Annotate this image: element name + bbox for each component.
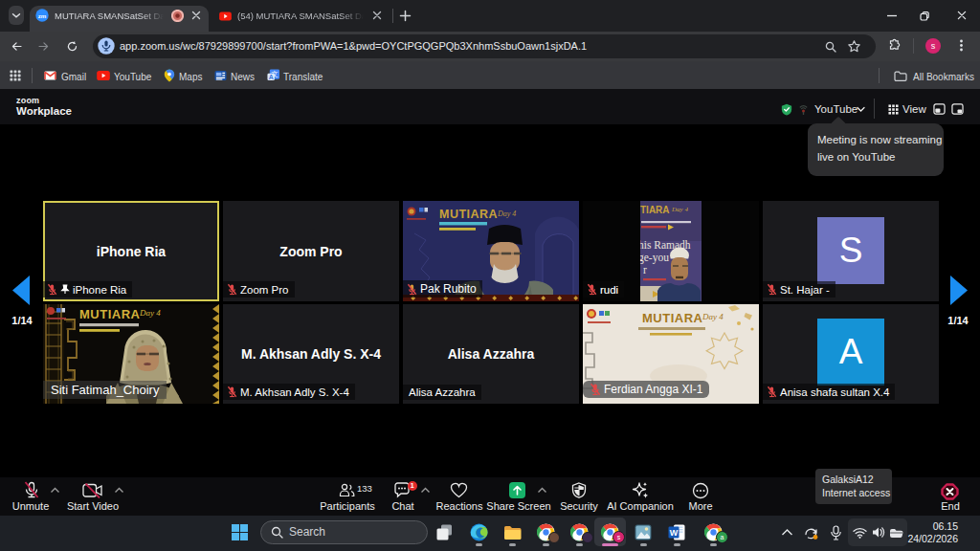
svg-text:A: A <box>269 74 274 80</box>
svg-text:TIARA: TIARA <box>640 205 670 215</box>
svg-text:W: W <box>670 528 679 538</box>
svg-text:MUTIARA: MUTIARA <box>439 208 498 221</box>
svg-text:Day 4: Day 4 <box>671 206 688 213</box>
svg-text:Day 4: Day 4 <box>497 209 516 218</box>
svg-text:Day 4: Day 4 <box>702 312 724 321</box>
svg-text:zm: zm <box>38 12 47 19</box>
svg-text:MUTIARA: MUTIARA <box>79 307 141 321</box>
svg-text:MUTIARA: MUTIARA <box>642 311 703 325</box>
svg-text:r: r <box>643 264 647 276</box>
svg-text:Day 4: Day 4 <box>139 308 161 318</box>
svg-text:ge-you: ge-you <box>640 252 669 264</box>
